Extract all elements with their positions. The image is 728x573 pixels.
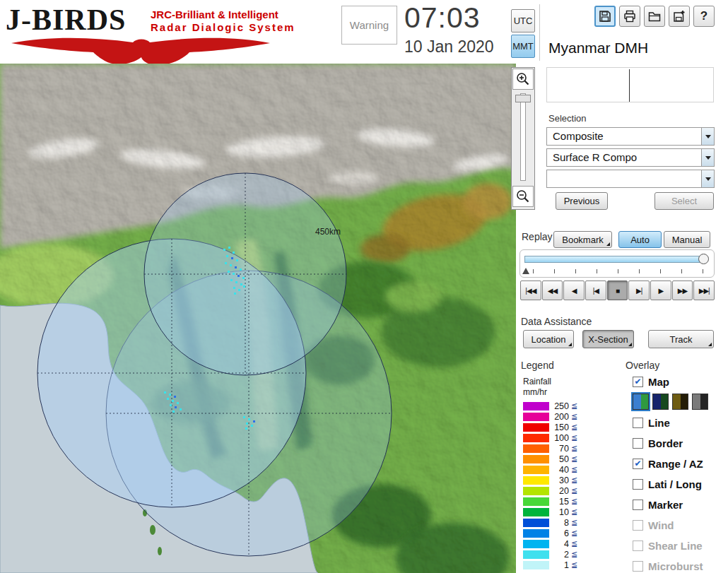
print-button[interactable] — [619, 6, 640, 27]
replay-slider-track[interactable] — [524, 256, 703, 263]
legend-value: 4 — [549, 539, 569, 549]
manual-button[interactable]: Manual — [664, 231, 710, 248]
extra-dropdown-button[interactable] — [701, 170, 714, 187]
map-style-button[interactable] — [633, 394, 649, 410]
map-canvas[interactable]: 450km — [0, 64, 516, 573]
location-button[interactable]: Location — [523, 330, 574, 348]
overlay-checkbox-shear-line: Shear Line — [633, 539, 703, 552]
auto-button[interactable]: Auto — [618, 231, 662, 248]
checkbox[interactable]: ✔ — [633, 459, 643, 469]
checkbox[interactable] — [633, 418, 643, 428]
overlay-label: Line — [648, 417, 670, 429]
x-section-button[interactable]: X-Section — [582, 330, 634, 348]
check-icon: ✔ — [634, 459, 641, 468]
zoom-in-button[interactable] — [512, 69, 534, 90]
map-area: 450km — [0, 64, 516, 573]
map-style-button[interactable] — [672, 394, 688, 410]
folder-icon — [647, 9, 662, 23]
overlay-checkbox-map[interactable]: ✔ Map — [633, 375, 669, 388]
legend-unit-line2: mm/hr — [523, 387, 547, 397]
checkbox — [633, 540, 643, 551]
swatch-half — [633, 394, 641, 409]
zoom-slider-track[interactable] — [520, 93, 526, 181]
save-as-button[interactable] — [669, 6, 690, 27]
product-list-box[interactable] — [546, 67, 714, 102]
overlay-checkbox-wind: Wind — [633, 519, 674, 531]
less-equal-icon: ≦ — [571, 560, 577, 569]
play-reverse-button[interactable]: ◀ — [563, 280, 585, 300]
step-forward-button[interactable]: ▶| — [628, 280, 650, 300]
utc-button[interactable]: UTC — [511, 9, 535, 33]
popup-corner-icon — [708, 343, 712, 346]
less-equal-icon: ≦ — [571, 497, 577, 506]
zoom-out-button[interactable] — [512, 186, 534, 207]
overlay-checkbox-border[interactable]: Border — [633, 437, 683, 449]
select-button[interactable]: Select — [654, 192, 714, 210]
legend-row: 200≦ — [523, 412, 577, 421]
popup-corner-icon — [568, 343, 572, 346]
map-style-button[interactable] — [652, 394, 669, 410]
checkbox[interactable] — [633, 479, 643, 490]
map-style-button[interactable] — [692, 394, 708, 410]
save-as-icon — [672, 9, 686, 23]
checkbox[interactable]: ✔ — [633, 377, 643, 387]
less-equal-icon: ≦ — [571, 550, 577, 559]
legend-value: 2 — [549, 550, 569, 560]
product-dropdown-button[interactable] — [701, 149, 714, 166]
legend-unit-line1: Rainfall — [523, 377, 551, 386]
checkbox[interactable] — [633, 500, 643, 510]
fast-forward-button[interactable]: ▶▶ — [672, 280, 693, 300]
header: J-BIRDS JRC-Brilliant & Intelligent Rada… — [0, 0, 728, 64]
zoom-slider-handle[interactable] — [515, 95, 531, 102]
logo-tagline-2: Radar Dialogic System — [151, 21, 295, 33]
mmt-button[interactable]: MMT — [511, 35, 535, 58]
product-dropdown[interactable]: Surface R Compo — [546, 148, 715, 167]
help-icon: ? — [700, 9, 708, 23]
track-button[interactable]: Track — [648, 330, 714, 348]
checkbox — [633, 561, 643, 572]
open-button[interactable] — [644, 6, 665, 27]
less-equal-icon: ≦ — [571, 433, 577, 442]
legend-swatch — [523, 423, 549, 432]
legend-row: 4≦ — [523, 539, 577, 548]
save-button[interactable] — [594, 6, 616, 27]
step-back-button[interactable]: |◀ — [585, 280, 606, 300]
range-ring-label: 450km — [315, 227, 341, 237]
track-label: Track — [669, 334, 692, 345]
location-label: Location — [531, 334, 565, 345]
help-button[interactable]: ? — [693, 6, 715, 27]
checkbox[interactable] — [633, 438, 643, 449]
legend-value: 10 — [549, 507, 569, 517]
legend-value: 250 — [549, 401, 569, 411]
less-equal-icon: ≦ — [571, 412, 577, 421]
logo-title: J-BIRDS — [6, 3, 126, 37]
composite-dropdown[interactable]: Composite — [546, 127, 715, 146]
replay-slider-handle[interactable] — [698, 254, 709, 264]
legend-row: 250≦ — [523, 401, 577, 410]
chevron-down-icon — [705, 135, 711, 138]
extra-dropdown[interactable] — [546, 170, 715, 188]
overlay-label: Range / AZ — [648, 458, 703, 470]
legend-value: 8 — [549, 518, 569, 528]
less-equal-icon: ≦ — [571, 528, 577, 538]
bookmark-button[interactable]: Bookmark — [553, 231, 612, 248]
composite-dropdown-button[interactable] — [701, 128, 714, 145]
overlay-checkbox-range-az[interactable]: ✔ Range / AZ — [633, 457, 703, 470]
previous-button[interactable]: Previous — [556, 192, 608, 210]
stop-button[interactable]: ■ — [607, 280, 628, 300]
skip-last-button[interactable]: ▶▶| — [693, 280, 715, 300]
legend-row: 6≦ — [523, 528, 577, 538]
play-button[interactable]: ▶ — [650, 280, 671, 300]
skip-first-button[interactable]: |◀◀ — [520, 280, 541, 300]
checkbox — [633, 520, 643, 531]
overlay-label: Shear Line — [648, 540, 703, 552]
legend-swatch — [523, 444, 549, 453]
overlay-checkbox-line[interactable]: Line — [633, 416, 670, 429]
legend-value: 15 — [549, 497, 569, 507]
fast-rewind-button[interactable]: ◀◀ — [542, 280, 563, 300]
overlay-checkbox-lati-long[interactable]: Lati / Long — [633, 478, 702, 490]
warning-button[interactable]: Warning — [341, 6, 397, 45]
overlay-title: Overlay — [626, 360, 659, 371]
swatch-half — [700, 394, 708, 409]
overlay-checkbox-marker[interactable]: Marker — [633, 498, 683, 511]
